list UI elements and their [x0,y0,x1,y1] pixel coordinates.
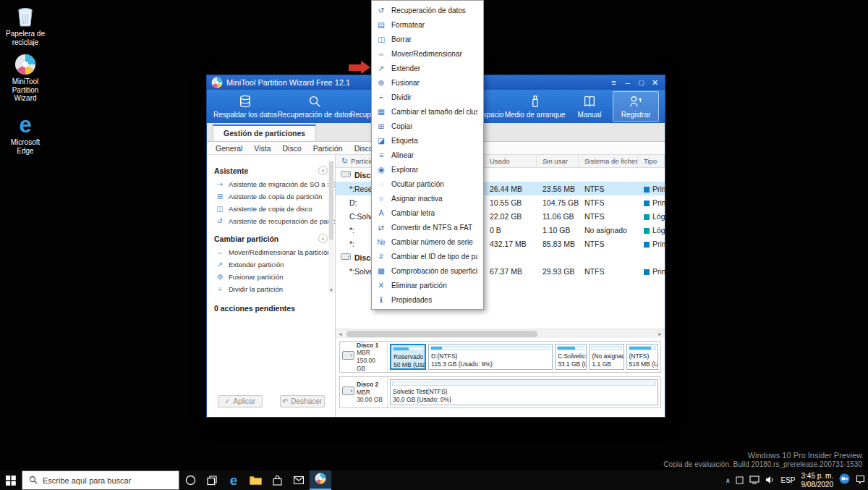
scrollbar-thumb[interactable] [329,161,333,240]
scroll-down-icon[interactable]: ▼ [328,287,334,294]
column-header-sistema-de-ficheros[interactable]: Sistema de ficheros [579,155,638,167]
meet-now-icon[interactable] [839,473,850,487]
sidebar-item-fusionar-particion[interactable]: ⊕Fusionar partición [207,271,335,283]
scrollbar-thumb[interactable] [346,331,537,337]
refresh-icon[interactable]: ↻ [341,156,348,166]
apply-button[interactable]: ✓ Aplicar [218,395,263,407]
tray-chevron-icon[interactable]: ∧ [726,477,731,484]
context-menu-item-cambiar-el-id-de-tipo-de-particion[interactable]: #Cambiar el ID de tipo de partición [372,249,483,263]
horizontal-scrollbar[interactable]: ◄ ► [336,329,665,338]
sidebar-item-mover-redimensionar-la-particion[interactable]: ⇔Mover/Redimensionar la partición [207,246,335,258]
context-menu-item-ocultar-particion[interactable]: ◌Ocultar partición [372,177,483,191]
disk-label[interactable]: Disco 2MBR30.00 GB [340,377,388,407]
context-menu-item-copiar[interactable]: ⊞Copiar [372,119,483,133]
undo-button-label: Deshacer [291,397,322,405]
context-menu-item-asignar-inactiva[interactable]: ○Asignar inactiva [372,191,483,206]
context-menu-item-eliminar-particion[interactable]: ✕Eliminar partición [372,278,483,292]
toolbar-button-recuperacion-datos[interactable]: Recuperación de datos [278,92,352,121]
desktop-icon-edge[interactable]: eMicrosoft Edge [1,113,49,155]
convert-ntfs-fat-icon: ⇄ [376,223,386,232]
column-header-sin-usar[interactable]: Sin usar [537,155,579,167]
context-menu-item-fusionar[interactable]: ⊕Fusionar [372,75,483,90]
collapse-chevron-icon[interactable]: ∧ [318,234,328,243]
window-menu-icon[interactable]: ≡ [607,78,621,88]
minimize-button[interactable]: – [621,78,634,88]
type-cell: Lógico [638,226,665,235]
partition-block[interactable]: Solvetic Test(NTFS)30.0 GB (Usado: 0%) [390,379,658,405]
collapse-chevron-icon[interactable]: ∧ [318,166,328,175]
network-icon[interactable] [749,474,760,487]
menubar-item-general[interactable]: General [210,143,248,153]
partition-block[interactable]: D:(NTFS)115.3 GB (Usado: 9%) [428,344,553,370]
menubar-item-particion[interactable]: Partición [307,143,349,153]
toolbar-button-medio-arranque[interactable]: Medio de arranque [503,92,566,121]
volume-icon[interactable] [765,474,775,487]
context-menu-item-propiedades[interactable]: ℹPropiedades [372,292,483,307]
context-menu-item-etiqueta[interactable]: ◪Etiqueta [372,133,483,148]
sidebar-scrollbar[interactable]: ▼ [328,161,334,294]
context-menu-item-cambiar-numero-de-serie[interactable]: №Cambiar número de serie [372,235,483,249]
taskbar-edge-button[interactable]: e [223,470,244,490]
sidebar-item-extender-particion[interactable]: ↗Extender partición [207,258,335,271]
toolbar-button-registrar[interactable]: Registrar [613,91,659,122]
partition-block[interactable]: C:Solvetic(NT33.1 GB (Usad... [555,344,587,370]
mail-button[interactable] [288,470,310,490]
context-menu-item-alinear[interactable]: ≡Alinear [372,148,483,162]
minitool-taskbar-button[interactable] [310,470,331,490]
sidebar-item-dividir-la-particion[interactable]: ÷Dividir la partición [207,283,335,295]
watermark-line2: Copia de evaluación. Build 20180.rs_prer… [663,460,862,468]
sidebar-item-asistente-de-copia-de-particion[interactable]: ⊞Asistente de copia de partición [207,190,335,203]
context-menu-item-extender[interactable]: ↗Extender [372,61,483,75]
align-icon: ≡ [376,151,386,159]
language-indicator[interactable]: ESP [780,476,795,484]
minitool-icon [14,52,36,75]
scroll-left-icon[interactable]: ◄ [336,331,345,337]
store-button[interactable] [266,470,288,490]
context-menu-item-borrar[interactable]: ◫Borrar [372,32,483,46]
partition-block[interactable]: (NTFS)518 MB (Usa... [626,344,658,370]
taskbar-search[interactable]: Escribe aquí para buscar [22,470,179,490]
watermark-line1: Windows 10 Pro Insider Preview [663,451,862,460]
partition-block[interactable]: (No asignado)1.1 GB [589,344,624,370]
context-menu-item-comprobacion-de-superficie[interactable]: ▩Comprobación de superficie [372,263,483,278]
tab-gestion-particiones[interactable]: Gestión de particiones [213,124,316,141]
sidebar-item-asistente-de-copia-de-disco[interactable]: ◫Asistente de copia de disco [207,203,335,215]
context-menu-item-cambiar-el-tamano-del-cluster[interactable]: ▦Cambiar el tamaño del cluster [372,104,483,119]
start-button[interactable] [0,470,22,490]
sidebar-item-asistente-de-migracion-de-so-a-ssd-hd[interactable]: ⇢Asistente de migración de SO a SSD/HD [207,178,335,190]
task-view-button[interactable] [201,470,223,490]
disk-blocks: Solvetic Test(NTFS)30.0 GB (Usado: 0%) [388,377,660,407]
sidebar-item-asistente-de-recuperacion-de-particion[interactable]: ↺Asistente de recuperación de partición [207,215,335,227]
desktop-icon-minitool[interactable]: MiniTool Partition Wizard [1,52,49,103]
notification-center-icon[interactable] [856,474,865,487]
column-header-usado[interactable]: Usado [484,155,537,167]
context-menu-item-formatear[interactable]: ▤Formatear [372,17,483,32]
column-header-tipo[interactable]: Tipo [638,155,665,167]
usage-bar [629,346,656,350]
undo-button[interactable]: ↶ Deshacer [280,395,325,407]
context-menu-item-convertir-de-ntfs-a-fat[interactable]: ⇄Convertir de NTFS a FAT [372,220,483,235]
partition-block[interactable]: Reservado pa50 MB (Usad... [390,344,426,370]
toolbar-button-label: Manual [578,111,602,119]
context-menu-item-dividir[interactable]: ÷Dividir [372,90,483,104]
scroll-right-icon[interactable]: ► [655,331,665,337]
menu-item-label: Explorar [391,166,418,174]
disk-label-text: Disco 2MBR30.00 GB [357,381,383,404]
context-menu-item-mover-redimensionar[interactable]: ⇔Mover/Redimensionar [372,46,483,61]
context-menu-item-cambiar-letra[interactable]: ACambiar letra [372,206,483,220]
close-button[interactable]: ✕ [648,78,662,88]
toolbar-button-respaldar[interactable]: Respaldar los datos [213,92,278,121]
menubar-item-disco[interactable]: Disco [277,143,307,153]
context-menu-item-explorar[interactable]: ◉Explorar [372,162,483,177]
maximize-button[interactable]: □ [634,78,648,88]
menubar-item-vista[interactable]: Vista [248,143,276,153]
toolbar-button-manual[interactable]: Manual [566,92,613,121]
disk-label[interactable]: Disco 1MBR150.00 GB [340,342,388,372]
file-explorer-button[interactable] [244,470,266,490]
desktop-icon-recycle-bin[interactable]: Papelera de reciclaje [1,4,49,46]
context-menu-item-recuperacion-de-datos[interactable]: ↺Recuperación de datos [372,3,483,17]
menu-item-label: Convertir de NTFS a FAT [391,224,472,232]
cortana-button[interactable] [179,470,201,490]
taskbar-clock[interactable]: 3:45 p. m. 9/08/2020 [801,472,834,489]
tray-app-icon[interactable] [736,474,744,487]
